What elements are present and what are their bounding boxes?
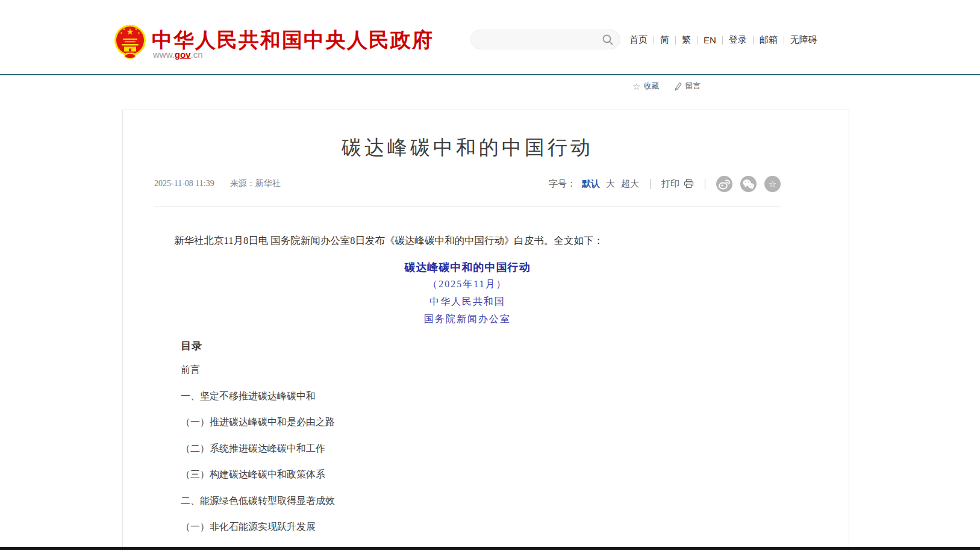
font-size-default-button[interactable]: 默认 [582, 178, 600, 190]
nav-separator [784, 36, 784, 45]
nav-item-simplified[interactable]: 简 [660, 34, 669, 46]
nav-item-traditional[interactable]: 繁 [682, 34, 691, 46]
nav-separator [654, 36, 654, 45]
gov-cn-page: 中华人民共和国中央人民政府 www.gov.cn 首页 简 繁 EN 登录 邮箱… [0, 0, 980, 551]
favorite-label: 收藏 [643, 81, 659, 92]
top-nav: 首页 简 繁 EN 登录 邮箱 无障碍 [629, 34, 817, 46]
toc-item: （三）构建碳达峰碳中和政策体系 [181, 470, 335, 479]
wechat-icon [740, 176, 757, 192]
table-of-contents: 前言 一、坚定不移推进碳达峰碳中和 （一）推进碳达峰碳中和是必由之路 （二）系统… [181, 365, 335, 549]
nav-item-accessibility[interactable]: 无障碍 [790, 34, 817, 46]
site-header: 中华人民共和国中央人民政府 www.gov.cn 首页 简 繁 EN 登录 邮箱… [0, 0, 980, 74]
font-size-label: 字号： [549, 178, 576, 190]
window-bottom-edge [0, 547, 980, 550]
site-url-suffix: .cn [191, 49, 203, 60]
share-more-button[interactable]: ☆ [764, 176, 781, 192]
printer-icon [684, 179, 694, 188]
article-title: 碳达峰碳中和的中国行动 [154, 134, 781, 161]
search-icon[interactable] [602, 34, 614, 46]
share-star-icon: ☆ [769, 179, 776, 188]
search-box [470, 30, 620, 49]
article-meta-left: 2025-11-08 11:39 来源：新华社 [154, 178, 281, 189]
doc-org-line1: 中华人民共和国 [154, 296, 781, 308]
page-toolbar: ☆ 收藏 留言 [632, 81, 701, 92]
share-wechat-button[interactable] [740, 176, 757, 192]
source-label: 来源： [230, 179, 255, 188]
doc-date: （2025年11月） [154, 278, 781, 291]
doc-title: 碳达峰碳中和的中国行动 [154, 260, 781, 275]
font-size-xlarge-button[interactable]: 超大 [621, 178, 639, 190]
nav-item-home[interactable]: 首页 [629, 34, 648, 46]
meta-divider [154, 206, 781, 207]
search-input[interactable] [479, 31, 594, 48]
font-size-large-button[interactable]: 大 [606, 178, 615, 190]
site-url[interactable]: www.gov.cn [153, 49, 203, 60]
toc-heading: 目录 [181, 339, 202, 353]
nav-separator [753, 36, 754, 45]
comment-label: 留言 [685, 81, 701, 92]
nav-item-login[interactable]: 登录 [729, 34, 747, 46]
source-name: 新华社 [255, 179, 281, 188]
nav-separator [697, 36, 698, 45]
header-divider [0, 74, 980, 75]
nav-item-english[interactable]: EN [704, 35, 716, 45]
lead-paragraph: 新华社北京11月8日电 国务院新闻办公室8日发布《碳达峰碳中和的中国行动》白皮书… [154, 233, 781, 249]
weibo-icon [716, 176, 732, 192]
toc-item: 二、能源绿色低碳转型取得显著成效 [181, 496, 335, 506]
article-container: 碳达峰碳中和的中国行动 2025-11-08 11:39 来源：新华社 字号： … [122, 110, 849, 551]
toc-item: 一、坚定不移推进碳达峰碳中和 [181, 391, 335, 401]
site-url-prefix: www. [153, 49, 175, 60]
comment-button[interactable]: 留言 [673, 81, 701, 92]
article-meta-right: 字号： 默认 大 超大 打印 [549, 176, 781, 192]
article-meta-row: 2025-11-08 11:39 来源：新华社 字号： 默认 大 超大 打印 [154, 173, 781, 195]
favorite-button[interactable]: ☆ 收藏 [632, 81, 659, 92]
star-icon: ☆ [632, 82, 640, 90]
share-weibo-button[interactable] [716, 176, 732, 192]
print-label: 打印 [661, 178, 679, 190]
site-url-gov: gov [175, 49, 191, 60]
toc-item: 前言 [181, 365, 335, 375]
nav-separator [675, 36, 676, 45]
doc-org-line2: 国务院新闻办公室 [154, 313, 781, 326]
article-source: 来源：新华社 [230, 178, 281, 189]
nav-separator [722, 36, 723, 45]
national-emblem-icon[interactable] [114, 24, 146, 59]
toc-item: （一）推进碳达峰碳中和是必由之路 [181, 417, 335, 427]
publish-date: 2025-11-08 11:39 [154, 179, 214, 188]
pencil-icon [673, 82, 682, 91]
print-button[interactable]: 打印 [661, 178, 694, 190]
meta-separator [650, 179, 651, 189]
toc-item: （二）系统推进碳达峰碳中和工作 [181, 444, 335, 453]
nav-item-mail[interactable]: 邮箱 [760, 34, 778, 46]
toc-item: （一）非化石能源实现跃升发展 [181, 522, 335, 532]
meta-separator [705, 179, 705, 189]
